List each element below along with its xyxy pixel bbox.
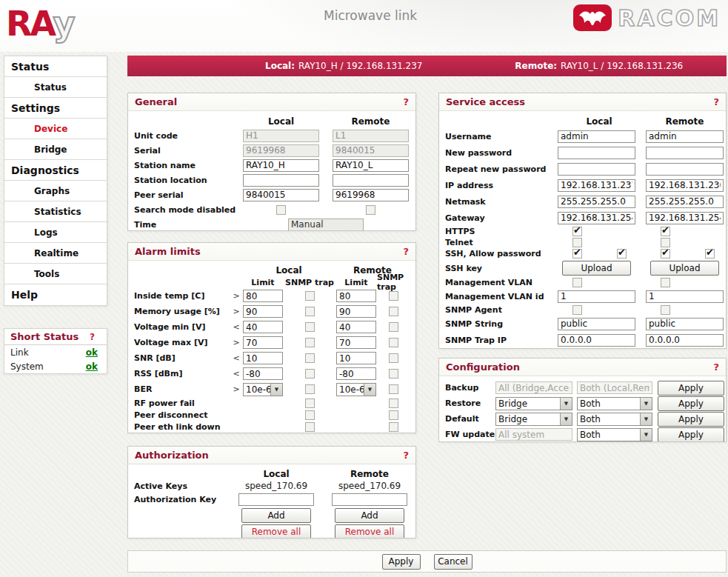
time-input[interactable] (288, 219, 364, 231)
authorization-key-remote-input[interactable] (332, 493, 407, 506)
ssh-allow-password-local-checkbox-2[interactable]: ✔ (617, 249, 627, 259)
help-icon[interactable]: ? (403, 450, 409, 461)
voltage-max-v-trap-remote-checkbox[interactable] (389, 338, 398, 347)
status-ok-link-system[interactable]: ok (86, 361, 98, 372)
apply-button[interactable]: Apply (382, 554, 421, 570)
https-remote-checkbox[interactable]: ✔ (661, 227, 670, 236)
status-ok-link-link[interactable]: ok (86, 347, 98, 358)
backup-apply-button[interactable]: Apply (658, 381, 724, 396)
default-apply-button[interactable]: Apply (658, 412, 724, 427)
help-icon[interactable]: ? (403, 246, 409, 257)
ber-remote-select[interactable]: 10e-6▼ (336, 383, 376, 396)
help-icon[interactable]: ? (713, 361, 719, 373)
gateway-local-input[interactable] (558, 212, 635, 224)
peer-eth-link-down-trap-local-checkbox[interactable] (305, 422, 315, 432)
sidebar-item-statistics[interactable]: Statistics (4, 201, 107, 222)
unit-code-local-input[interactable] (243, 130, 319, 142)
memory-usage-limit-remote-input[interactable] (336, 305, 376, 318)
cancel-button[interactable]: Cancel (434, 554, 472, 570)
snmp-trap-ip-remote-input[interactable] (646, 334, 724, 347)
rss-dbm-trap-local-checkbox[interactable] (305, 369, 315, 378)
ber-local-select[interactable]: 10e-6▼ (243, 383, 283, 396)
sidebar-item-device[interactable]: Device (4, 119, 107, 139)
sidebar-item-status[interactable]: Status (4, 56, 107, 77)
voltage-max-v-limit-remote-input[interactable] (336, 336, 376, 349)
remove-all-keys-remote-button[interactable]: Remove all (335, 524, 404, 538)
voltage-min-v-trap-remote-checkbox[interactable] (389, 322, 398, 332)
unit-code-remote-input[interactable] (333, 130, 409, 142)
fw-update-col2-select[interactable]: Both▼ (577, 428, 652, 441)
rf-power-fail-trap-local-checkbox[interactable] (305, 398, 315, 408)
ssh-key-remote-upload-button[interactable]: Upload (650, 261, 719, 276)
username-local-input[interactable] (558, 130, 635, 143)
default-col2-select[interactable]: Both▼ (577, 413, 652, 426)
management-vlan-id-remote-input[interactable] (646, 290, 724, 303)
ssh-allow-password-remote-checkbox-2[interactable]: ✔ (705, 249, 715, 259)
rss-dbm-limit-local-input[interactable] (243, 367, 283, 380)
snmp-agent-remote-checkbox[interactable] (661, 305, 670, 315)
sidebar-item-bridge[interactable]: Bridge (4, 139, 107, 160)
new-password-remote-input[interactable] (646, 147, 724, 159)
snmp-string-local-input[interactable] (558, 318, 635, 330)
station-name-remote-input[interactable] (333, 159, 409, 172)
ber-trap-local-checkbox[interactable] (305, 384, 315, 394)
help-icon[interactable]: ? (403, 96, 409, 107)
snr-db-limit-local-input[interactable] (243, 352, 283, 364)
management-vlan-id-local-input[interactable] (558, 290, 635, 303)
restore-col1-select[interactable]: Bridge▼ (495, 397, 572, 410)
serial-local-input[interactable] (243, 144, 319, 157)
search-mode-disabled-remote-checkbox[interactable] (366, 205, 375, 215)
username-remote-input[interactable] (646, 130, 724, 143)
voltage-max-v-trap-local-checkbox[interactable] (305, 338, 315, 347)
sidebar-item-help[interactable]: Help (4, 284, 107, 305)
default-col1-select[interactable]: Bridge▼ (495, 413, 572, 426)
voltage-min-v-limit-remote-input[interactable] (336, 321, 376, 333)
voltage-min-v-limit-local-input[interactable] (243, 321, 283, 333)
fw-update-col1-field[interactable] (495, 428, 572, 441)
ssh-allow-password-remote-checkbox-1[interactable]: ✔ (661, 249, 670, 259)
serial-remote-input[interactable] (333, 144, 409, 157)
voltage-min-v-trap-local-checkbox[interactable] (305, 322, 315, 332)
peer-serial-local-input[interactable] (243, 189, 319, 201)
ssh-allow-password-local-checkbox-1[interactable]: ✔ (572, 249, 582, 259)
help-icon[interactable]: ? (713, 96, 719, 107)
peer-eth-link-down-trap-remote-checkbox[interactable] (389, 422, 398, 432)
netmask-remote-input[interactable] (646, 196, 724, 208)
fw-update-apply-button[interactable]: Apply (658, 427, 724, 442)
repeat-new-password-remote-input[interactable] (646, 163, 724, 176)
peer-disconnect-trap-remote-checkbox[interactable] (389, 410, 398, 420)
snr-db-trap-local-checkbox[interactable] (305, 353, 315, 363)
memory-usage-limit-local-input[interactable] (243, 305, 283, 318)
snmp-string-remote-input[interactable] (646, 318, 724, 330)
authorization-key-local-input[interactable] (238, 493, 314, 506)
peer-disconnect-trap-local-checkbox[interactable] (305, 410, 315, 420)
ip-address-remote-input[interactable] (646, 179, 724, 192)
https-local-checkbox[interactable]: ✔ (572, 227, 582, 236)
rss-dbm-trap-remote-checkbox[interactable] (389, 369, 398, 378)
voltage-max-v-limit-local-input[interactable] (243, 336, 283, 349)
memory-usage-trap-remote-checkbox[interactable] (389, 307, 398, 316)
ssh-key-local-upload-button[interactable]: Upload (562, 261, 631, 276)
new-password-local-input[interactable] (558, 147, 635, 159)
management-vlan-local-checkbox[interactable] (572, 278, 582, 287)
sidebar-item-status[interactable]: Status (4, 77, 107, 98)
inside-temp-c-limit-remote-input[interactable] (336, 290, 376, 302)
sidebar-item-settings[interactable]: Settings (4, 98, 107, 119)
ip-address-local-input[interactable] (558, 179, 635, 192)
ber-trap-remote-checkbox[interactable] (389, 384, 398, 394)
station-location-remote-input[interactable] (333, 174, 409, 187)
add-key-local-button[interactable]: Add (241, 508, 311, 523)
memory-usage-trap-local-checkbox[interactable] (305, 307, 315, 316)
search-mode-disabled-local-checkbox[interactable] (276, 205, 286, 215)
rss-dbm-limit-remote-input[interactable] (336, 367, 376, 380)
management-vlan-remote-checkbox[interactable] (661, 278, 670, 287)
help-icon[interactable]: ? (90, 332, 95, 342)
sidebar-item-graphs[interactable]: Graphs (4, 181, 107, 201)
remove-all-keys-local-button[interactable]: Remove all (241, 524, 311, 538)
sidebar-item-tools[interactable]: Tools (4, 264, 107, 284)
restore-apply-button[interactable]: Apply (658, 396, 724, 411)
backup-col1-field[interactable] (495, 381, 572, 394)
repeat-new-password-local-input[interactable] (558, 163, 635, 176)
restore-col2-select[interactable]: Both▼ (577, 397, 652, 410)
add-key-remote-button[interactable]: Add (335, 508, 404, 523)
